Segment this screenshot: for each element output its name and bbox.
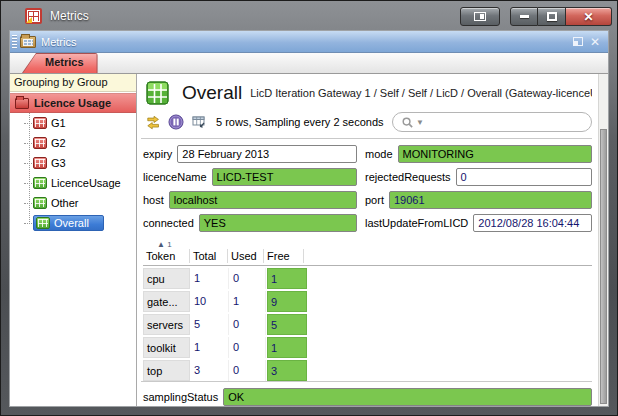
window-controls: ✕	[460, 7, 612, 26]
tree-item-g3[interactable]: G3	[10, 153, 136, 173]
field-mode: mode MONITORING	[365, 145, 592, 163]
inner-window-titlebar[interactable]: Metrics ✕	[10, 31, 608, 53]
windows-icon	[474, 12, 486, 21]
field-sampling-status: samplingStatus OK	[141, 381, 592, 408]
token-table: ▲ 1 Token Total Used Free cpu 1 0 1	[141, 240, 592, 381]
grouping-header: Grouping by Group	[10, 74, 136, 92]
inner-restore-icon[interactable]	[573, 37, 583, 46]
close-icon: ✕	[583, 11, 593, 23]
inner-window-controls: ✕	[573, 36, 600, 48]
host-value: localhost	[169, 191, 357, 209]
red-folder-icon	[15, 98, 29, 109]
selected-tree-item: Overall	[33, 215, 104, 231]
search-input[interactable]: ▼	[392, 112, 592, 132]
port-value: 19061	[389, 191, 592, 209]
tab-bar: Metrics	[10, 53, 608, 74]
rejected-requests-value: 0	[456, 168, 592, 186]
last-update-value: 2012/08/28 16:04:44	[473, 214, 592, 232]
exchange-arrows-button[interactable]	[145, 114, 161, 130]
field-expiry: expiry 28 February 2013	[143, 145, 357, 163]
maximize-button[interactable]	[538, 7, 566, 26]
content-area: Grouping by Group Licence Usage G1	[10, 74, 608, 406]
column-header-token[interactable]: Token	[143, 249, 190, 263]
inner-close-icon[interactable]: ✕	[590, 36, 600, 48]
pause-button[interactable]	[168, 114, 184, 130]
red-table-icon	[33, 157, 47, 169]
red-table-icon	[33, 137, 47, 149]
window: Metrics ✕ Metrics ✕ Metrics Grouping by	[0, 0, 618, 416]
sampling-status-text: 5 rows, Sampling every 2 seconds	[216, 116, 384, 128]
expiry-value: 28 February 2013	[177, 145, 357, 163]
metrics-folder-icon	[20, 36, 36, 48]
inner-window-title: Metrics	[41, 36, 76, 48]
metrics-form: expiry 28 February 2013 mode MONITORING …	[141, 139, 592, 232]
tree-item-g1[interactable]: G1	[10, 113, 136, 133]
sampling-status-value: OK	[223, 388, 592, 406]
field-last-update: lastUpdateFromLICD 2012/08/28 16:04:44	[365, 214, 592, 232]
field-port: port 19061	[365, 191, 592, 209]
table-row[interactable]: top 3 0 3	[143, 360, 592, 381]
window-client-area: Metrics ✕ Metrics Grouping by Group Lice…	[9, 30, 609, 407]
sidebar: Grouping by Group Licence Usage G1	[10, 74, 137, 406]
table-row[interactable]: cpu 1 0 1	[143, 268, 592, 289]
tree-root-licence-usage[interactable]: Licence Usage	[10, 93, 136, 113]
window-extra-button[interactable]	[460, 7, 500, 26]
page-subtitle: LicD Iteration Gateway 1 / Self / Self /…	[250, 87, 592, 99]
sort-indicator: ▲ 1	[157, 240, 172, 249]
red-table-icon	[33, 117, 47, 129]
drag-grip[interactable]	[12, 35, 17, 49]
chevron-down-icon: ▼	[416, 118, 424, 127]
green-table-icon	[33, 177, 47, 189]
tab-metrics[interactable]: Metrics	[22, 53, 98, 73]
green-table-icon-large	[143, 78, 173, 108]
close-button[interactable]: ✕	[566, 7, 612, 26]
search-icon	[401, 116, 414, 129]
tree-item-g2[interactable]: G2	[10, 133, 136, 153]
vertical-scrollbar[interactable]	[598, 74, 608, 406]
table-layout-button[interactable]	[191, 114, 207, 130]
table-header: Token Total Used Free	[143, 249, 592, 266]
column-header-free[interactable]: Free	[264, 249, 304, 263]
tree-item-overall[interactable]: Overall	[10, 213, 136, 233]
mode-value: MONITORING	[398, 145, 592, 163]
connected-value: YES	[199, 214, 357, 232]
window-titlebar[interactable]: Metrics ✕	[1, 1, 617, 30]
window-title: Metrics	[50, 9, 89, 23]
main-panel: Overall LicD Iteration Gateway 1 / Self …	[137, 74, 608, 406]
tab-metrics-label: Metrics	[23, 54, 97, 73]
toolbar: 5 rows, Sampling every 2 seconds ▼	[141, 110, 592, 139]
green-table-icon	[36, 217, 50, 229]
column-header-total[interactable]: Total	[190, 249, 228, 263]
tree-item-other[interactable]: Other	[10, 193, 136, 213]
page-title: Overall	[182, 82, 242, 104]
tree-children: G1 G2 G3	[10, 113, 136, 233]
column-header-used[interactable]: Used	[228, 249, 264, 263]
field-host: host localhost	[143, 191, 357, 209]
table-row[interactable]: gate... 10 1 9	[143, 291, 592, 312]
field-connected: connected YES	[143, 214, 357, 232]
field-rejected-requests: rejectedRequests 0	[365, 168, 592, 186]
minimize-icon	[520, 15, 529, 18]
tree-item-licenceusage[interactable]: LicenceUsage	[10, 173, 136, 193]
table-row[interactable]: servers 5 0 5	[143, 314, 592, 335]
green-table-icon	[33, 197, 47, 209]
group-tree: Licence Usage G1 G2	[10, 92, 136, 406]
licence-name-value: LICD-TEST	[212, 168, 357, 186]
maximize-icon	[547, 12, 557, 21]
app-icon	[25, 8, 42, 24]
panel-header: Overall LicD Iteration Gateway 1 / Self …	[141, 74, 592, 110]
minimize-button[interactable]	[510, 7, 538, 26]
scrollbar-thumb[interactable]	[600, 129, 607, 404]
field-licence-name: licenceName LICD-TEST	[143, 168, 357, 186]
table-row[interactable]: toolkit 1 0 1	[143, 337, 592, 358]
